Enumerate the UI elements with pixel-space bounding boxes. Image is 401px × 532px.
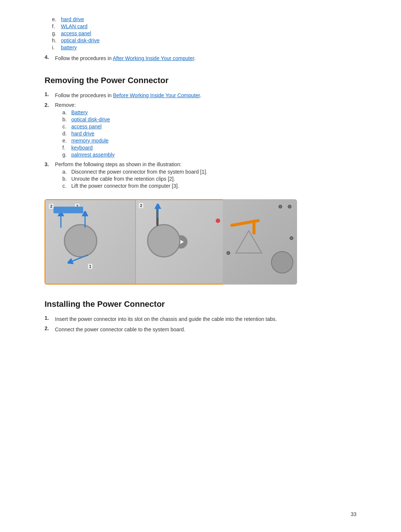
item-e-content: hard drive	[61, 16, 84, 22]
remove-label-f: f.	[62, 145, 71, 151]
arrow-up-right	[154, 204, 162, 219]
install-step1-content: Insert the power connector into its slot…	[55, 315, 356, 323]
step4-number: 4.	[45, 54, 55, 60]
cable-end-red	[216, 219, 220, 223]
optical-disk-link-1[interactable]: optical disk-drive	[61, 37, 100, 43]
intro-items: e. hard drive f. WLAN card g. access pan…	[45, 15, 356, 52]
remove-a: a. Battery	[62, 109, 356, 115]
installing-title: Installing the Power Connector	[45, 299, 356, 309]
remove-step3-text: Perform the following steps as shown in …	[55, 161, 182, 167]
install-step2: 2. Connect the power connector cable to …	[45, 325, 356, 334]
remove-label-b: b.	[62, 116, 71, 122]
svg-line-5	[69, 255, 88, 262]
remove-step1: 1. Follow the procedures in Before Worki…	[45, 91, 356, 99]
battery-link-intro[interactable]: battery	[61, 45, 77, 50]
screw-3	[226, 251, 230, 255]
before-working-link[interactable]: Before Working Inside Your Computer	[113, 92, 200, 98]
remove-e: e. memory module	[62, 138, 356, 144]
remove-b: b. optical disk-drive	[62, 116, 356, 122]
install-step1-text: Insert the power connector into its slot…	[55, 316, 277, 322]
removing-title: Removing the Power Connector	[45, 76, 356, 85]
intro-step4: 4. Follow the procedures in After Workin…	[45, 54, 356, 62]
remove-e-content: memory module	[71, 138, 108, 144]
remove-step2-text: Remove:	[55, 102, 76, 108]
keyboard-link[interactable]: keyboard	[71, 145, 93, 151]
removing-section: Removing the Power Connector 1. Follow t…	[45, 76, 356, 284]
remove-label-a: a.	[62, 109, 71, 115]
screw-1	[288, 205, 291, 208]
arrow-down-left	[68, 253, 90, 264]
step3-c-text: Lift the power connector from the comput…	[71, 183, 179, 189]
remove-c-content: access panel	[71, 124, 102, 129]
access-panel-link-1[interactable]: access panel	[61, 30, 91, 36]
illus-right-label-2: 2	[139, 203, 143, 208]
wlan-card-link[interactable]: WLAN card	[61, 23, 88, 29]
remove-step2: 2. Remove: a. Battery b. optical disk-dr…	[45, 102, 356, 159]
remove-step1-num: 1.	[45, 91, 55, 97]
install-step2-num: 2.	[45, 325, 55, 331]
step4-text: Follow the procedures in	[55, 55, 113, 61]
optical-disk-link-2[interactable]: optical disk-drive	[71, 116, 110, 122]
remove-step1-text: Follow the procedures in	[55, 92, 113, 98]
install-step2-content: Connect the power connector cable to the…	[55, 325, 356, 334]
screw-2	[278, 205, 282, 208]
installing-steps: 1. Insert the power connector into its s…	[45, 315, 356, 334]
label-g-intro: g.	[52, 30, 61, 36]
remove-g: g. palmrest assembly	[62, 152, 356, 158]
remove-label-c: c.	[62, 124, 71, 129]
alpha-list-intro: e. hard drive f. WLAN card g. access pan…	[52, 16, 356, 50]
list-item-f: f. WLAN card	[52, 23, 356, 29]
remove-label-e: e.	[62, 138, 71, 144]
remove-step1-content: Follow the procedures in Before Working …	[55, 91, 356, 99]
item-i-content: battery	[61, 45, 77, 50]
step3-c: c. Lift the power connector from the com…	[62, 183, 356, 189]
page-number: 33	[351, 511, 356, 517]
step4-content: Follow the procedures in After Working I…	[55, 54, 356, 62]
illus-label-2a: 2	[49, 204, 53, 209]
hard-drive-link-2[interactable]: hard drive	[71, 131, 94, 137]
label-i: i.	[52, 45, 61, 50]
illustration-area: 2 2	[45, 199, 356, 285]
label-f: f.	[52, 23, 61, 29]
remove-step2-num: 2.	[45, 102, 55, 108]
remove-d: d. hard drive	[62, 131, 356, 137]
list-item-h: h. optical disk-drive	[52, 37, 356, 43]
remove-g-content: palmrest assembly	[71, 152, 115, 158]
palmrest-link[interactable]: palmrest assembly	[71, 152, 115, 158]
illus-right-panel: 2	[136, 200, 226, 284]
remove-d-content: hard drive	[71, 131, 94, 137]
battery-link[interactable]: Battery	[71, 109, 88, 115]
installing-section: Installing the Power Connector 1. Insert…	[45, 299, 356, 334]
remove-step3: 3. Perform the following steps as shown …	[45, 161, 356, 190]
list-item-i: i. battery	[52, 45, 356, 50]
illus-left-panel: 2 2	[45, 200, 135, 284]
step4-end: .	[194, 55, 196, 61]
remove-c: c. access panel	[62, 124, 356, 129]
label-e: e.	[52, 16, 61, 22]
arrow-up-2	[81, 211, 89, 230]
remove-step1-end: .	[200, 92, 201, 98]
step3-label-c: c.	[62, 183, 71, 189]
remove-f: f. keyboard	[62, 145, 356, 151]
screw-4	[290, 236, 293, 240]
memory-module-link[interactable]: memory module	[71, 138, 108, 144]
side-circle	[271, 251, 293, 273]
step3-label-a: a.	[62, 169, 71, 175]
step3-b-text: Unroute the cable from the retention cli…	[71, 176, 175, 182]
connector-blue	[53, 207, 83, 213]
step3-label-b: b.	[62, 176, 71, 182]
side-illustration	[223, 199, 297, 285]
main-illustration: 2 2	[45, 199, 226, 285]
install-step2-text: Connect the power connector cable to the…	[55, 326, 185, 332]
item-f-content: WLAN card	[61, 23, 88, 29]
hard-drive-link-1[interactable]: hard drive	[61, 16, 84, 22]
access-panel-link-2[interactable]: access panel	[71, 124, 102, 129]
illus-label-1: 1	[88, 264, 92, 269]
step3-items-list: a. Disconnect the power connector from t…	[62, 169, 356, 189]
svg-marker-8	[236, 231, 262, 253]
after-working-link[interactable]: After Working Inside Your computer	[113, 55, 194, 61]
remove-label-d: d.	[62, 131, 71, 137]
remove-f-content: keyboard	[71, 145, 93, 151]
install-step1-num: 1.	[45, 315, 55, 321]
arrow-up-1	[56, 211, 65, 230]
